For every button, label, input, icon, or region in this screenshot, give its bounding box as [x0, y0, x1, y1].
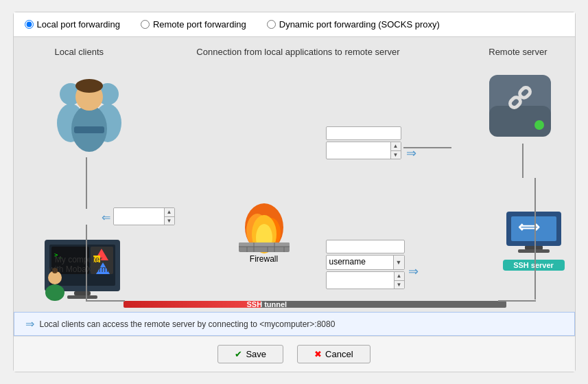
localhost-port-input[interactable]: 8080 — [327, 142, 390, 157]
svg-rect-37 — [239, 242, 290, 247]
cancel-label: Cancel — [325, 349, 353, 359]
svg-point-24 — [45, 284, 64, 301]
main-container: Local port forwarding Remote port forwar… — [13, 12, 576, 372]
tunnel-gray — [261, 301, 506, 308]
vline-ssh-server — [534, 178, 536, 300]
my-computer-label: My computerwith MobaXterm — [34, 255, 124, 274]
ssh-tunnel-bar — [124, 300, 506, 309]
localhost-port-spinbtns[interactable]: ▲ ▼ — [390, 142, 401, 159]
radio-dynamic[interactable]: Dynamic port forwarding (SOCKS proxy) — [267, 19, 440, 30]
info-text: Local clients can access the remote serv… — [40, 319, 336, 329]
spin-down-localhost[interactable]: ▼ — [391, 151, 401, 159]
ssh-server-svg: ⟺ — [503, 208, 565, 256]
spin-up-local[interactable]: ▲ — [165, 208, 174, 217]
spin-up-localhost[interactable]: ▲ — [391, 142, 401, 151]
spin-down-ssh[interactable]: ▼ — [395, 281, 404, 289]
connection-label: Connection from local applications to re… — [178, 47, 419, 57]
ssh-inputs: 192.168.2.101 username ▼ 22 ▲ ▼ — [326, 240, 405, 291]
ssh-host-input[interactable]: 192.168.2.101 — [326, 240, 405, 253]
ssh-user-select[interactable]: username — [327, 256, 393, 268]
info-bar: ⇒ Local clients can access the remote se… — [14, 312, 575, 336]
local-clients-label: Local clients — [55, 47, 104, 57]
svg-rect-7 — [74, 126, 104, 133]
vline-remoteserver — [522, 144, 524, 178]
localhost-inputs: localhost 8080 ▲ ▼ — [326, 126, 401, 161]
vline-port-to-tunnel — [86, 225, 87, 300]
ssh-port-spinbtns[interactable]: ▲ ▼ — [394, 272, 404, 289]
my-computer-name: My computerwith MobaXterm — [49, 255, 108, 274]
remote-server-svg — [486, 71, 554, 147]
save-icon: ✔ — [235, 349, 242, 359]
ssh-user-select-arrow[interactable]: ▼ — [393, 256, 404, 269]
svg-rect-21 — [74, 291, 91, 295]
radio-remote-label: Remote port forwarding — [153, 19, 246, 30]
svg-rect-22 — [67, 295, 97, 299]
ssh-port-spingroup: 22 ▲ ▼ — [326, 271, 405, 289]
remote-server-label: Remote server — [489, 47, 547, 57]
radio-row: Local port forwarding Remote port forwar… — [14, 12, 575, 37]
radio-local[interactable]: Local port forwarding — [25, 19, 120, 30]
arrow-right-ssh: ⇒ — [408, 264, 419, 279]
hline-to-remoteserver — [403, 147, 451, 148]
people-group — [51, 68, 127, 159]
port-local-arrow-icon: ⇐ — [102, 211, 110, 224]
cancel-button[interactable]: ✖ Cancel — [297, 345, 370, 363]
people-icon — [51, 68, 127, 157]
save-label: Save — [246, 349, 266, 359]
localhost-host-input[interactable]: localhost — [326, 126, 401, 140]
cancel-icon: ✖ — [314, 349, 322, 359]
radio-remote-input[interactable] — [141, 20, 150, 29]
ssh-tunnel-label: SSH tunnel — [247, 300, 287, 308]
port-local-area: ⇐ 8080 ▲ ▼ — [102, 207, 175, 227]
hline-to-tunnel — [86, 300, 125, 302]
radio-local-input[interactable] — [25, 20, 34, 29]
spin-up-ssh[interactable]: ▲ — [395, 272, 404, 281]
localhost-port-spingroup: 8080 ▲ ▼ — [326, 142, 401, 159]
local-port-spinbtns[interactable]: ▲ ▼ — [164, 208, 174, 225]
svg-text:⟺: ⟺ — [518, 218, 540, 236]
save-button[interactable]: ✔ Save — [217, 345, 283, 363]
radio-remote[interactable]: Remote port forwarding — [141, 19, 246, 30]
info-arrow-icon: ⇒ — [25, 317, 34, 330]
ssh-server-section: ⟺ SSH server — [503, 208, 565, 271]
button-row: ✔ Save ✖ Cancel — [14, 336, 575, 372]
svg-rect-29 — [525, 246, 543, 249]
firewall-label: Firewall — [233, 254, 295, 264]
local-port-spingroup: 8080 ▲ ▼ — [113, 207, 175, 225]
tunnel-red — [124, 301, 261, 308]
ssh-server-tag: SSH server — [503, 260, 565, 271]
spin-down-local[interactable]: ▼ — [165, 217, 174, 225]
diagram-area: Local clients Connection from local appl… — [14, 37, 575, 312]
radio-dynamic-input[interactable] — [267, 20, 276, 29]
radio-dynamic-label: Dynamic port forwarding (SOCKS proxy) — [279, 19, 440, 30]
ssh-port-input[interactable]: 22 — [327, 272, 394, 287]
svg-point-6 — [75, 79, 103, 93]
local-port-input[interactable]: 8080 — [114, 208, 164, 225]
firewall-svg — [233, 186, 295, 255]
vline-people-to-port — [86, 157, 87, 209]
firewall-section: Firewall — [233, 186, 295, 264]
svg-rect-30 — [518, 249, 550, 253]
ssh-user-select-group: username ▼ — [326, 255, 405, 270]
remote-server-icon — [486, 71, 554, 147]
hline-tunnel-to-ssh — [498, 300, 536, 302]
svg-point-12 — [534, 120, 544, 130]
radio-local-label: Local port forwarding — [37, 19, 120, 30]
